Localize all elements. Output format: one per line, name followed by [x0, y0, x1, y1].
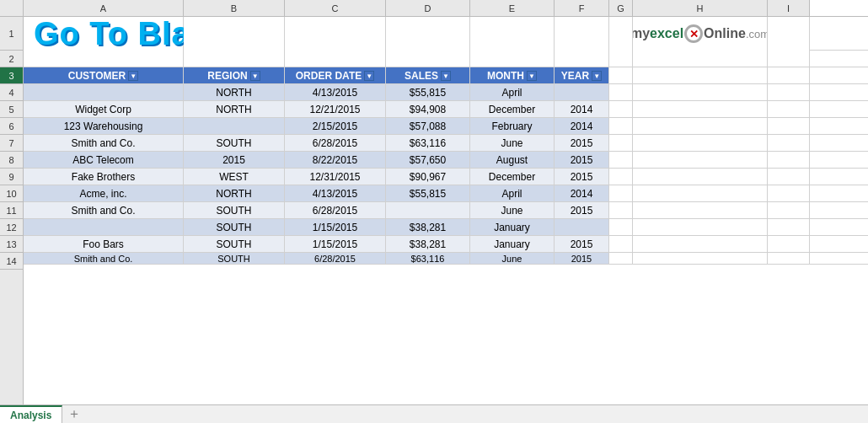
col-header-b[interactable]: B	[184, 0, 285, 16]
cell-13-e[interactable]: January	[470, 236, 555, 252]
cell-12-f[interactable]	[555, 219, 609, 235]
cell-9-c[interactable]: 12/31/2015	[285, 169, 386, 185]
cell-10-c[interactable]: 4/13/2015	[285, 185, 386, 201]
cell-4-e[interactable]: April	[470, 84, 555, 100]
cell-14-f[interactable]: 2015	[555, 253, 609, 264]
col-header-d[interactable]: D	[386, 0, 470, 16]
sheet-tab-analysis[interactable]: Analysis	[0, 405, 62, 423]
cell-11-c[interactable]: 6/28/2015	[285, 202, 386, 218]
col-header-g[interactable]: G	[609, 0, 633, 16]
cell-14-e[interactable]: June	[470, 253, 555, 264]
cell-12-b[interactable]: SOUTH	[184, 219, 285, 235]
cell-8-b[interactable]: 2015	[184, 152, 285, 168]
cell-4-c[interactable]: 4/13/2015	[285, 84, 386, 100]
cell-7-c[interactable]: 6/28/2015	[285, 135, 386, 151]
cell-12-a[interactable]	[24, 219, 184, 235]
cell-5-d[interactable]: $94,908	[386, 101, 470, 117]
header-month[interactable]: MONTH ▼	[470, 67, 555, 83]
cell-5-c[interactable]: 12/21/2015	[285, 101, 386, 117]
cell-9-f[interactable]: 2015	[555, 169, 609, 185]
cell-13-d[interactable]: $38,281	[386, 236, 470, 252]
cell-14-d[interactable]: $63,116	[386, 253, 470, 264]
header-customer[interactable]: CUSTOMER ▼	[24, 67, 184, 83]
cell-7-d[interactable]: $63,116	[386, 135, 470, 151]
cell-10-e[interactable]: April	[470, 185, 555, 201]
cell-13-c[interactable]: 1/15/2015	[285, 236, 386, 252]
sales-filter-arrow[interactable]: ▼	[441, 71, 451, 81]
header-sales[interactable]: SALES ▼	[386, 67, 470, 83]
cell-5-a[interactable]: Widget Corp	[24, 101, 184, 117]
cell-6-d[interactable]: $57,088	[386, 118, 470, 134]
select-all-corner[interactable]	[0, 0, 24, 16]
cell-8-a[interactable]: ABC Telecom	[24, 152, 184, 168]
cell-9-d[interactable]: $90,967	[386, 169, 470, 185]
col-header-f[interactable]: F	[555, 0, 609, 16]
cell-10-d[interactable]: $55,815	[386, 185, 470, 201]
cell-6-b[interactable]	[184, 118, 285, 134]
cell-8-d[interactable]: $57,650	[386, 152, 470, 168]
customer-filter-arrow[interactable]: ▼	[128, 71, 138, 81]
cell-11-d[interactable]	[386, 202, 470, 218]
orderdate-filter-arrow[interactable]: ▼	[364, 71, 374, 81]
cell-8-f[interactable]: 2015	[555, 152, 609, 168]
cell-4-d[interactable]: $55,815	[386, 84, 470, 100]
cell-11-f[interactable]: 2015	[555, 202, 609, 218]
col-header-e[interactable]: E	[470, 0, 555, 16]
cell-14-a[interactable]: Smith and Co.	[24, 253, 184, 264]
cell-7-b[interactable]: SOUTH	[184, 135, 285, 151]
cell-7-f[interactable]: 2015	[555, 135, 609, 151]
cell-8-c[interactable]: 8/22/2015	[285, 152, 386, 168]
row-num-9[interactable]: 9	[0, 169, 23, 185]
cell-5-b[interactable]: NORTH	[184, 101, 285, 117]
cell-13-b[interactable]: SOUTH	[184, 236, 285, 252]
col-header-c[interactable]: C	[285, 0, 386, 16]
cell-9-b[interactable]: WEST	[184, 169, 285, 185]
cell-11-a[interactable]: Smith and Co.	[24, 202, 184, 218]
cell-4-b[interactable]: NORTH	[184, 84, 285, 100]
row-num-12[interactable]: 12	[0, 219, 23, 236]
col-header-i[interactable]: I	[768, 0, 810, 16]
cell-13-a[interactable]: Foo Bars	[24, 236, 184, 252]
cell-9-e[interactable]: December	[470, 169, 555, 185]
cell-10-f[interactable]: 2014	[555, 185, 609, 201]
month-filter-arrow[interactable]: ▼	[527, 71, 537, 81]
cell-5-e[interactable]: December	[470, 101, 555, 117]
year-filter-arrow[interactable]: ▼	[592, 71, 602, 81]
col-header-a[interactable]: A	[24, 0, 184, 16]
cell-6-c[interactable]: 2/15/2015	[285, 118, 386, 134]
cell-10-b[interactable]: NORTH	[184, 185, 285, 201]
row-num-7[interactable]: 7	[0, 135, 23, 152]
cell-14-c[interactable]: 6/28/2015	[285, 253, 386, 264]
cell-6-a[interactable]: 123 Warehousing	[24, 118, 184, 134]
col-header-h[interactable]: H	[633, 0, 768, 16]
row-num-2[interactable]: 2	[0, 51, 23, 67]
row-num-3[interactable]: 3	[0, 67, 23, 84]
row-num-6[interactable]: 6	[0, 118, 23, 135]
cell-11-e[interactable]: June	[470, 202, 555, 218]
add-sheet-button[interactable]: ＋	[66, 406, 83, 423]
row-num-10[interactable]: 10	[0, 185, 23, 202]
cell-9-a[interactable]: Fake Brothers	[24, 169, 184, 185]
row-num-14[interactable]: 14	[0, 253, 23, 270]
header-orderdate[interactable]: ORDER DATE ▼	[285, 67, 386, 83]
cell-7-a[interactable]: Smith and Co.	[24, 135, 184, 151]
row-num-13[interactable]: 13	[0, 236, 23, 253]
row-num-4[interactable]: 4	[0, 84, 23, 101]
cell-14-b[interactable]: SOUTH	[184, 253, 285, 264]
cell-6-f[interactable]: 2014	[555, 118, 609, 134]
header-year[interactable]: YEAR ▼	[555, 67, 609, 83]
cell-11-b[interactable]: SOUTH	[184, 202, 285, 218]
cell-13-f[interactable]: 2015	[555, 236, 609, 252]
cell-4-f[interactable]	[555, 84, 609, 100]
cell-10-a[interactable]: Acme, inc.	[24, 185, 184, 201]
cell-12-d[interactable]: $38,281	[386, 219, 470, 235]
cell-12-c[interactable]: 1/15/2015	[285, 219, 386, 235]
row-num-11[interactable]: 11	[0, 202, 23, 219]
cell-6-e[interactable]: February	[470, 118, 555, 134]
cell-8-e[interactable]: August	[470, 152, 555, 168]
cell-12-e[interactable]: January	[470, 219, 555, 235]
row-num-1[interactable]: 1	[0, 17, 23, 51]
region-filter-arrow[interactable]: ▼	[250, 71, 260, 81]
cell-7-e[interactable]: June	[470, 135, 555, 151]
cell-5-f[interactable]: 2014	[555, 101, 609, 117]
